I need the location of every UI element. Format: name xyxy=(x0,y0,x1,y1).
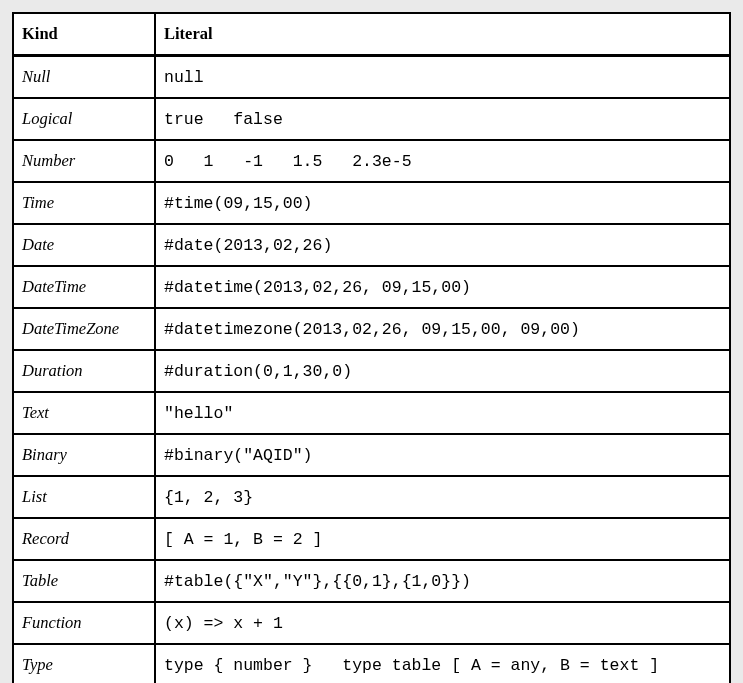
kind-cell: Function xyxy=(13,602,155,644)
table-row: Binary#binary("AQID") xyxy=(13,434,730,476)
kind-cell: Number xyxy=(13,140,155,182)
table-row: Date#date(2013,02,26) xyxy=(13,224,730,266)
kind-cell: Time xyxy=(13,182,155,224)
kind-cell: Null xyxy=(13,56,155,99)
kind-cell: Binary xyxy=(13,434,155,476)
table-row: Record[ A = 1, B = 2 ] xyxy=(13,518,730,560)
literal-cell: #time(09,15,00) xyxy=(155,182,730,224)
kind-cell: List xyxy=(13,476,155,518)
table-row: Time#time(09,15,00) xyxy=(13,182,730,224)
literal-cell: (x) => x + 1 xyxy=(155,602,730,644)
literal-cell: #datetimezone(2013,02,26, 09,15,00, 09,0… xyxy=(155,308,730,350)
literal-cell: 0 1 -1 1.5 2.3e-5 xyxy=(155,140,730,182)
table-row: DateTime#datetime(2013,02,26, 09,15,00) xyxy=(13,266,730,308)
literal-cell: type { number } type table [ A = any, B … xyxy=(155,644,730,683)
header-kind: Kind xyxy=(13,13,155,56)
literal-cell: "hello" xyxy=(155,392,730,434)
table-row: Nullnull xyxy=(13,56,730,99)
table-row: Function(x) => x + 1 xyxy=(13,602,730,644)
header-literal: Literal xyxy=(155,13,730,56)
table-row: Text"hello" xyxy=(13,392,730,434)
literal-cell: #datetime(2013,02,26, 09,15,00) xyxy=(155,266,730,308)
literal-cell: {1, 2, 3} xyxy=(155,476,730,518)
literal-cell: #binary("AQID") xyxy=(155,434,730,476)
kind-cell: Date xyxy=(13,224,155,266)
literal-cell: #table({"X","Y"},{{0,1},{1,0}}) xyxy=(155,560,730,602)
table-header-row: Kind Literal xyxy=(13,13,730,56)
table-row: Table#table({"X","Y"},{{0,1},{1,0}}) xyxy=(13,560,730,602)
literal-cell: true false xyxy=(155,98,730,140)
table-body: Nullnull Logicaltrue false Number0 1 -1 … xyxy=(13,56,730,684)
literal-cell: null xyxy=(155,56,730,99)
literal-cell: #duration(0,1,30,0) xyxy=(155,350,730,392)
table-row: Logicaltrue false xyxy=(13,98,730,140)
kind-cell: DateTime xyxy=(13,266,155,308)
table-row: Typetype { number } type table [ A = any… xyxy=(13,644,730,683)
kind-cell: Record xyxy=(13,518,155,560)
table-row: Number0 1 -1 1.5 2.3e-5 xyxy=(13,140,730,182)
literals-table: Kind Literal Nullnull Logicaltrue false … xyxy=(12,12,731,683)
table-row: DateTimeZone#datetimezone(2013,02,26, 09… xyxy=(13,308,730,350)
table-row: List{1, 2, 3} xyxy=(13,476,730,518)
kind-cell: Type xyxy=(13,644,155,683)
literal-cell: [ A = 1, B = 2 ] xyxy=(155,518,730,560)
kind-cell: Table xyxy=(13,560,155,602)
kind-cell: Logical xyxy=(13,98,155,140)
literals-table-wrapper: Kind Literal Nullnull Logicaltrue false … xyxy=(12,12,731,683)
kind-cell: Text xyxy=(13,392,155,434)
table-row: Duration#duration(0,1,30,0) xyxy=(13,350,730,392)
literal-cell: #date(2013,02,26) xyxy=(155,224,730,266)
kind-cell: DateTimeZone xyxy=(13,308,155,350)
kind-cell: Duration xyxy=(13,350,155,392)
